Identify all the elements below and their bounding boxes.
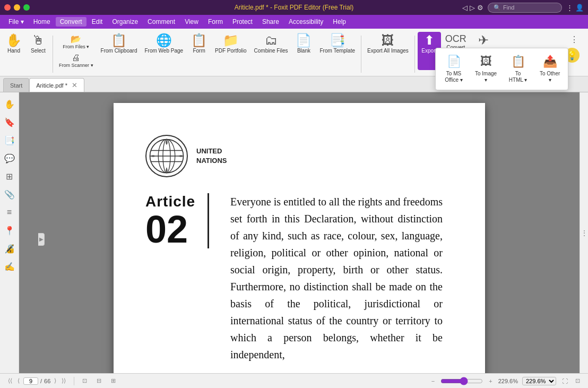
toolbar-menu-icon[interactable]: ⋮ <box>567 32 582 47</box>
sidebar-stamp[interactable]: 🔏 <box>2 241 17 256</box>
from-files-group: 📂 From Files ▾ 🖨 From Scanner ▾ <box>56 32 97 69</box>
menu-comment[interactable]: Comment <box>143 17 179 27</box>
user-icon[interactable]: 👤 <box>575 4 584 12</box>
from-template-icon: 📑 <box>330 34 345 47</box>
sidebar-location[interactable]: 📍 <box>2 223 17 238</box>
expand-button[interactable]: ⊡ <box>574 377 582 385</box>
fit-width-button[interactable]: ⊟ <box>95 377 103 385</box>
to-html-icon: 📋 <box>511 55 525 68</box>
maximize-button[interactable] <box>23 4 30 11</box>
hand-icon: ✋ <box>6 34 22 47</box>
right-sidebar-panel[interactable]: ⋮ <box>580 92 588 373</box>
next-page-button[interactable]: ⟩ <box>53 377 58 385</box>
menu-convert[interactable]: Convert <box>56 17 87 27</box>
export-images-button[interactable]: 🖼 Export All Images <box>364 32 412 70</box>
pdf-portfolio-icon: 📁 <box>223 34 239 47</box>
to-other-button[interactable]: 📤 To Other▾ <box>535 51 565 87</box>
select-button[interactable]: 🖱 Select <box>27 32 50 70</box>
pdf-portfolio-button[interactable]: 📁 PDF Portfolio <box>212 32 249 70</box>
from-scanner-button[interactable]: 🖨 From Scanner ▾ <box>56 51 97 69</box>
separator-2 <box>361 36 361 73</box>
sidebar-sign[interactable]: ✍ <box>2 259 17 274</box>
zoom-select[interactable]: 229.6% 100% 150% 200% <box>522 377 556 385</box>
zoom-in-button[interactable]: + <box>487 377 494 385</box>
titlebar-right: ◁ ▷ ⚙ 🔍 Find ⋮ 👤 <box>462 3 584 13</box>
menu-share[interactable]: Share <box>258 17 283 27</box>
zoom-out-button[interactable]: − <box>430 377 436 385</box>
tab-article[interactable]: Ariticle.pdf * ✕ <box>29 78 84 92</box>
sidebar-comment[interactable]: 💬 <box>2 151 17 166</box>
first-page-button[interactable]: ⟨⟨ <box>6 377 14 385</box>
un-text: UNITED NATIONS <box>196 146 227 166</box>
tab-start[interactable]: Start <box>3 78 29 92</box>
un-logo <box>145 135 188 177</box>
sidebar-layers[interactable]: ⊞ <box>2 169 17 184</box>
sidebar-text[interactable]: ≡ <box>2 205 17 220</box>
fullscreen-button[interactable]: ⛶ <box>560 377 569 385</box>
search-bar[interactable]: 🔍 Find <box>488 3 562 13</box>
menu-help[interactable]: Help <box>328 17 350 27</box>
minimize-button[interactable] <box>14 4 20 11</box>
article-number-block: Article 02 <box>145 193 209 248</box>
pdf-page: UNITED NATIONS Article 02 Everyone is en… <box>114 103 485 373</box>
form-button[interactable]: 📋 Form <box>187 32 211 70</box>
from-files-button[interactable]: 📂 From Files ▾ <box>56 32 97 50</box>
sidebar-pages[interactable]: 📑 <box>2 133 17 148</box>
menu-organize[interactable]: Organize <box>108 17 142 27</box>
traffic-lights <box>4 4 30 11</box>
menu-icon[interactable]: ⋮ <box>566 4 573 12</box>
left-sidebar: ✋ 🔖 📑 💬 ⊞ 📎 ≡ 📍 🔏 ✍ <box>0 92 19 373</box>
menu-edit[interactable]: Edit <box>88 17 107 27</box>
sidebar-bookmark[interactable]: 🔖 <box>2 115 17 130</box>
from-scanner-icon: 🖨 <box>72 53 80 63</box>
menu-view[interactable]: View <box>180 17 203 27</box>
tab-close-icon[interactable]: ✕ <box>72 81 77 89</box>
page-number-input[interactable] <box>23 377 38 385</box>
statusbar: ⟨⟨ ⟨ / 66 ⟩ ⟩⟩ ⊡ ⊟ ⊞ − + 229.6% 229.6% 1… <box>0 373 588 388</box>
app-title: Ariticle.pdf * - Foxit PDF Editor (Free … <box>235 4 354 11</box>
separator-3 <box>414 36 415 73</box>
combine-files-icon: 🗂 <box>265 34 278 47</box>
page-slash: / <box>40 378 42 384</box>
zoom-controls: − + 229.6% 229.6% 100% 150% 200% ⛶ ⊡ <box>430 377 582 385</box>
status-sep-1 <box>74 377 74 385</box>
total-pages: 66 <box>44 378 50 384</box>
last-page-button[interactable]: ⟩⟩ <box>60 377 67 385</box>
page-navigation: ⟨⟨ ⟨ / 66 ⟩ ⟩⟩ <box>6 377 67 385</box>
titlebar: Ariticle.pdf * - Foxit PDF Editor (Free … <box>0 0 588 15</box>
preflight-icon: ✈ <box>478 34 489 47</box>
from-web-page-button[interactable]: 🌐 From Web Page <box>141 32 186 70</box>
forward-icon[interactable]: ▷ <box>470 4 475 12</box>
to-html-button[interactable]: 📋 ToHTML ▾ <box>503 51 533 87</box>
fit-window-button[interactable]: ⊡ <box>81 377 89 385</box>
to-image-button[interactable]: 🖼 To Image▾ <box>471 51 501 87</box>
settings-icon[interactable]: ⚙ <box>477 4 483 12</box>
from-template-button[interactable]: 📑 From Template <box>316 32 358 70</box>
back-icon[interactable]: ◁ <box>462 4 468 12</box>
panel-toggle[interactable]: ▶ <box>38 233 45 246</box>
combine-files-button[interactable]: 🗂 Combine Files <box>251 32 291 70</box>
from-web-icon: 🌐 <box>156 34 172 47</box>
menu-home[interactable]: Home <box>29 17 55 27</box>
to-image-icon: 🖼 <box>480 55 492 68</box>
pdf-viewer[interactable]: UNITED NATIONS Article 02 Everyone is en… <box>19 92 580 373</box>
menu-form[interactable]: Form <box>204 17 227 27</box>
hand-button[interactable]: ✋ Hand <box>2 32 25 70</box>
form-icon: 📋 <box>191 34 207 47</box>
export-dropdown: 📄 To MSOffice ▾ 🖼 To Image▾ 📋 ToHTML ▾ 📤… <box>435 48 568 90</box>
prev-page-button[interactable]: ⟨ <box>16 377 21 385</box>
from-clipboard-button[interactable]: 📋 From Clipboard <box>98 32 141 70</box>
to-ms-office-button[interactable]: 📄 To MSOffice ▾ <box>439 51 469 87</box>
menu-accessibility[interactable]: Accessibility <box>284 17 327 27</box>
close-button[interactable] <box>4 4 11 11</box>
to-ms-office-icon: 📄 <box>447 55 461 68</box>
blank-button[interactable]: 📄 Blank <box>292 32 315 70</box>
to-other-icon: 📤 <box>543 55 557 68</box>
menu-file[interactable]: File ▾ <box>4 17 28 27</box>
article-section: Article 02 Everyone is entitled to all t… <box>145 193 443 363</box>
sidebar-hand[interactable]: ✋ <box>2 97 17 111</box>
zoom-slider[interactable] <box>440 377 483 385</box>
fit-page-button[interactable]: ⊞ <box>109 377 117 385</box>
sidebar-attachment[interactable]: 📎 <box>2 187 17 202</box>
menu-protect[interactable]: Protect <box>228 17 257 27</box>
